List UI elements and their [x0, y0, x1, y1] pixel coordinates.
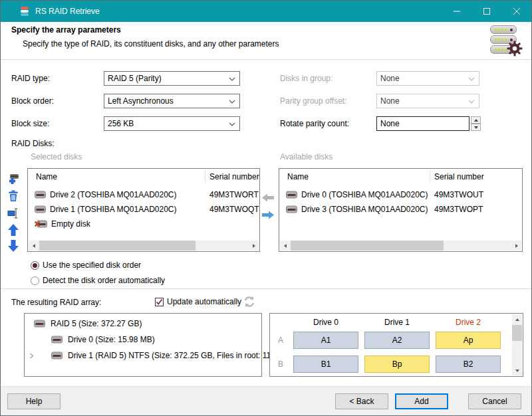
raid-layout-grid: Drive 0 Drive 1 Drive 2 A B A1 A2 Ap B1 … [269, 313, 523, 377]
scroll-right-icon[interactable] [249, 241, 259, 251]
expand-chevron-icon[interactable] [29, 353, 35, 359]
cancel-button[interactable]: Cancel [468, 393, 521, 409]
header-divider [1, 59, 532, 60]
scroll-down-icon[interactable] [512, 365, 522, 375]
maximize-icon [483, 8, 490, 15]
update-automatically-label: Update automatically [167, 297, 241, 306]
block-size-select[interactable]: 256 KB [104, 116, 240, 131]
horizontal-scrollbar[interactable] [280, 241, 521, 251]
raid-tree-panel[interactable]: RAID 5 (Size: 372.27 GB) Drive 0 (Size: … [24, 313, 262, 377]
close-icon [513, 8, 520, 15]
available-col-serial[interactable]: Serial number [434, 169, 484, 185]
grid-cell[interactable]: A2 [364, 332, 430, 349]
help-button[interactable]: Help [7, 393, 61, 409]
spin-up-button[interactable] [471, 116, 481, 124]
tree-item-label: RAID 5 (Size: 372.27 GB) [51, 319, 142, 328]
raid-type-select[interactable]: RAID 5 (Parity) [104, 71, 240, 86]
column-divider[interactable] [205, 171, 205, 183]
insert-empty-disk-icon [7, 207, 20, 220]
selected-col-name[interactable]: Name [36, 169, 57, 185]
column-divider[interactable] [430, 171, 430, 183]
disk-icon [51, 336, 63, 344]
block-size-value: 256 KB [108, 119, 134, 128]
raid-type-label: RAID type: [11, 73, 50, 84]
parity-group-offset-select: None [376, 94, 479, 108]
page-title: Specify the array parameters [11, 25, 121, 35]
tree-item-label: Drive 1 (RAID 5) NTFS (Size: 372.25 GB, … [68, 351, 278, 360]
grid-cell[interactable]: B1 [293, 356, 358, 373]
available-disks-list[interactable]: Name Serial number Drive 0 (TOSHIBA MQ01… [279, 168, 523, 252]
available-col-name[interactable]: Name [287, 169, 309, 185]
insert-empty-disk-button[interactable] [7, 207, 20, 220]
scrollbar-thumb[interactable] [39, 241, 196, 251]
scrollbar-thumb[interactable] [512, 325, 522, 341]
remove-disk-button[interactable] [7, 189, 20, 203]
move-down-button[interactable] [7, 239, 20, 253]
available-disk-row[interactable]: Drive 3 (TOSHIBA MQ01AAD020C) [286, 202, 428, 217]
grid-row-label-b: B [274, 360, 287, 369]
section-divider [1, 288, 532, 289]
scroll-up-icon[interactable] [512, 314, 522, 324]
disk-name: Drive 1 (TOSHIBA MQ01AAD020C) [50, 205, 177, 214]
app-icon [19, 6, 30, 17]
grid-cell[interactable]: B2 [436, 356, 501, 373]
grid-cell[interactable]: A1 [293, 332, 358, 349]
maximize-button[interactable] [471, 1, 501, 22]
move-to-selected-button[interactable] [261, 193, 275, 203]
move-to-available-button[interactable] [261, 210, 275, 220]
add-button[interactable]: Add [395, 393, 448, 409]
scroll-left-icon[interactable] [280, 241, 290, 251]
disks-in-group-label: Disks in group: [280, 73, 332, 84]
disks-in-group-value: None [380, 74, 400, 83]
scroll-left-icon[interactable] [29, 241, 39, 251]
gear-icon [506, 40, 523, 57]
block-order-select[interactable]: Left Asynchronous [104, 94, 240, 108]
block-order-label: Block order: [11, 96, 54, 106]
selected-col-serial[interactable]: Serial number [209, 169, 259, 185]
available-disks-caption: Available disks [280, 152, 332, 161]
selected-disk-row[interactable]: Drive 1 (TOSHIBA MQ01AAD020C) [35, 202, 177, 217]
vertical-scrollbar[interactable] [512, 314, 522, 375]
scrollbar-thumb[interactable] [291, 241, 444, 251]
grid-cell[interactable]: Bp [364, 356, 430, 373]
spin-up-icon [474, 119, 478, 122]
add-disk-button[interactable] [7, 172, 20, 185]
checkbox-checked-icon [155, 298, 164, 306]
disk-icon [34, 320, 45, 328]
disk-name: Drive 3 (TOSHIBA MQ01AAD020C) [301, 205, 428, 214]
tree-item-drive0[interactable]: Drive 0 (Size: 15.98 MB) [51, 335, 155, 344]
selected-disks-list[interactable]: Name Serial number Drive 2 (TOSHIBA MQ01… [27, 168, 260, 252]
scroll-right-icon[interactable] [511, 241, 521, 251]
close-button[interactable] [501, 1, 531, 22]
tree-item-drive1[interactable]: Drive 1 (RAID 5) NTFS (Size: 372.25 GB, … [29, 351, 278, 360]
resulting-array-label: The resulting RAID array: [11, 297, 101, 308]
minimize-icon [454, 8, 460, 15]
rotate-parity-count-input[interactable]: None [376, 116, 469, 131]
selected-disk-row[interactable]: Empty disk [35, 217, 90, 231]
refresh-button[interactable] [243, 295, 256, 308]
radio-specified-order[interactable]: Use the specified disk order [31, 260, 141, 270]
update-automatically-checkbox[interactable]: Update automatically [155, 297, 241, 306]
disks-in-group-select: None [376, 71, 479, 86]
raid-stack-icon [490, 25, 522, 56]
horizontal-scrollbar[interactable] [29, 241, 259, 251]
spin-down-icon [474, 126, 478, 129]
selected-disk-row[interactable]: Drive 2 (TOSHIBA MQ01AAD020C) [35, 187, 177, 202]
radio-auto-label: Detect the disk order automatically [43, 276, 165, 285]
title-bar: RS RAID Retrieve [1, 1, 531, 22]
block-size-label: Block size: [11, 118, 49, 129]
raid-retrieve-dialog: RS RAID Retrieve Specify the array param… [0, 0, 532, 416]
minimize-button[interactable] [442, 1, 471, 22]
available-disk-row[interactable]: Drive 0 (TOSHIBA MQ01AAD020C) [286, 187, 428, 202]
empty-disk-icon [35, 220, 47, 228]
disk-icon [286, 191, 297, 199]
radio-auto-order[interactable]: Detect the disk order automatically [31, 276, 165, 285]
grid-cell[interactable]: Ap [436, 332, 501, 349]
radio-specified-label: Use the specified disk order [43, 260, 141, 270]
move-up-button[interactable] [7, 223, 20, 237]
spin-down-button[interactable] [471, 124, 481, 131]
tree-item-raid5[interactable]: RAID 5 (Size: 372.27 GB) [34, 319, 142, 328]
radio-selected-icon [31, 261, 39, 270]
disk-name: Drive 2 (TOSHIBA MQ01AAD020C) [50, 190, 177, 199]
back-button[interactable]: < Back [335, 393, 388, 409]
